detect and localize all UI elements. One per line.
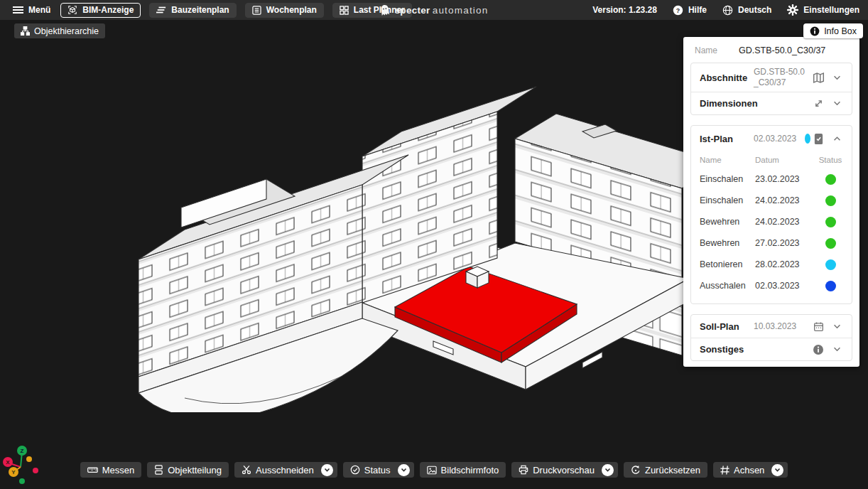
building-geometry bbox=[139, 87, 696, 412]
ist-plan-table: Name Datum Status Einschalen 23.02.2023 … bbox=[691, 151, 852, 303]
help-button[interactable]: ? Hilfe bbox=[673, 5, 707, 16]
ist-plan-status-dot bbox=[805, 134, 810, 144]
chevron-down-icon[interactable] bbox=[830, 324, 843, 329]
table-header: Name Datum Status bbox=[700, 151, 843, 168]
button-label: Bildschirmfoto bbox=[441, 465, 499, 475]
language-button[interactable]: Deutsch bbox=[722, 5, 771, 16]
soll-plan-row[interactable]: Soll-Plan 10.03.2023 bbox=[691, 315, 852, 338]
object-hierarchy-label: Objekthierarchie bbox=[34, 26, 99, 36]
tab-label: Wochenplan bbox=[266, 5, 317, 15]
table-row[interactable]: Ausschalen 02.03.2023 bbox=[700, 275, 843, 296]
table-row[interactable]: Bewehren 27.02.2023 bbox=[700, 232, 843, 254]
button-label: Druckvorschau bbox=[533, 465, 595, 475]
ist-plan-card: Ist-Plan 02.03.2023 Name Datum Stat bbox=[690, 125, 852, 304]
image-icon bbox=[427, 466, 437, 475]
chevron-down-icon bbox=[774, 468, 781, 472]
chevron-up-icon[interactable] bbox=[830, 136, 843, 141]
table-row[interactable]: Bewehren 24.02.2023 bbox=[700, 211, 843, 232]
object-hierarchy-button[interactable]: Objekthierarchie bbox=[14, 23, 105, 38]
druckvorschau-dropdown[interactable] bbox=[602, 464, 614, 476]
help-label: Hilfe bbox=[688, 5, 707, 15]
col-header-date: Datum bbox=[755, 156, 818, 164]
topbar-right: Version: 1.23.28 ? Hilfe Deutsch bbox=[592, 4, 859, 16]
ist-plan-label: Ist-Plan bbox=[700, 134, 754, 144]
split-object-icon bbox=[154, 465, 163, 475]
app-window: Menü BIM-Anzeige Bauzeitenplan bbox=[0, 0, 868, 489]
menu-button[interactable]: Menü bbox=[9, 3, 55, 18]
chevron-down-icon bbox=[604, 468, 611, 472]
axis-neg-y-dot[interactable] bbox=[26, 456, 32, 462]
soll-plan-date: 10.03.2023 bbox=[754, 321, 810, 332]
table-row[interactable]: Betonieren 28.02.2023 bbox=[700, 254, 843, 275]
info-panel: Name GD.STB-50.0_C30/37 Abschnitte GD.ST… bbox=[683, 37, 859, 367]
map-icon bbox=[810, 72, 826, 84]
abschnitte-value: GD.STB-50.0_C30/37 bbox=[754, 67, 810, 88]
settings-button[interactable]: Einstellungen bbox=[787, 4, 859, 16]
version-label: Version: 1.23.28 bbox=[592, 5, 657, 15]
sections-card: Abschnitte GD.STB-50.0_C30/37 Dimensione… bbox=[690, 63, 852, 115]
table-row[interactable]: Einschalen 23.02.2023 bbox=[700, 168, 843, 190]
svg-text:Z: Z bbox=[21, 448, 24, 454]
ausschneiden-button[interactable]: Ausschneiden bbox=[234, 462, 337, 478]
druckvorschau-button[interactable]: Druckvorschau bbox=[511, 462, 618, 478]
gantt-icon bbox=[156, 6, 166, 14]
button-label: Messen bbox=[102, 465, 135, 475]
row-date: 02.03.2023 bbox=[755, 281, 818, 291]
chevron-down-icon[interactable] bbox=[830, 75, 843, 80]
abschnitte-row[interactable]: Abschnitte GD.STB-50.0_C30/37 bbox=[691, 63, 852, 92]
chevron-down-icon[interactable] bbox=[830, 101, 843, 106]
abschnitte-label: Abschnitte bbox=[700, 72, 754, 83]
ist-plan-date: 02.03.2023 bbox=[754, 134, 805, 144]
achsen-button[interactable]: Achsen bbox=[713, 462, 788, 478]
objektteilung-button[interactable]: Objektteilung bbox=[147, 462, 229, 478]
status-button[interactable]: Status bbox=[343, 462, 414, 478]
row-date: 24.02.2023 bbox=[755, 195, 818, 205]
gear-icon bbox=[787, 4, 798, 16]
ausschneiden-dropdown[interactable] bbox=[321, 464, 333, 476]
grid-squares-icon bbox=[340, 6, 349, 15]
logo-bold: specter bbox=[395, 5, 430, 16]
status-dot bbox=[825, 281, 836, 291]
axis-z-ball[interactable]: Z bbox=[17, 446, 27, 456]
expand-arrows-icon bbox=[810, 98, 826, 109]
weekplan-icon bbox=[252, 6, 261, 15]
messen-button[interactable]: Messen bbox=[80, 462, 142, 478]
tab-bim-anzeige[interactable]: BIM-Anzeige bbox=[60, 3, 141, 18]
col-header-status: Status bbox=[818, 156, 843, 164]
tab-wochenplan[interactable]: Wochenplan bbox=[245, 3, 324, 18]
logo-light: automation bbox=[433, 5, 489, 16]
dimensionen-row[interactable]: Dimensionen bbox=[691, 92, 852, 114]
menu-label: Menü bbox=[28, 5, 50, 15]
achsen-dropdown[interactable] bbox=[771, 464, 783, 476]
row-date: 23.02.2023 bbox=[755, 174, 818, 184]
name-value: GD.STB-50.0_C30/37 bbox=[739, 45, 825, 55]
bildschirmfoto-button[interactable]: Bildschirmfoto bbox=[420, 462, 506, 478]
calendar-icon bbox=[810, 321, 826, 332]
axes-grid-icon bbox=[720, 466, 729, 475]
status-dot bbox=[825, 174, 836, 185]
bottom-toolbar: Messen Objektteilung Ausschneiden bbox=[0, 462, 868, 478]
axis-neg-z-dot[interactable] bbox=[19, 478, 25, 484]
dimensionen-label: Dimensionen bbox=[700, 98, 810, 109]
tab-bauzeitenplan[interactable]: Bauzeitenplan bbox=[149, 3, 236, 18]
top-bar: Menü BIM-Anzeige Bauzeitenplan bbox=[0, 0, 868, 20]
globe-icon bbox=[722, 5, 733, 16]
app-logo: specter automation bbox=[380, 4, 489, 16]
info-box-button[interactable]: Info Box bbox=[803, 23, 863, 38]
bim-model-3d[interactable] bbox=[128, 57, 696, 412]
name-label: Name bbox=[695, 45, 722, 55]
chevron-down-icon bbox=[324, 468, 330, 472]
zuruecksetzen-button[interactable]: Zurücksetzen bbox=[624, 462, 707, 478]
ruler-icon bbox=[87, 466, 98, 474]
soll-plan-card: Soll-Plan 10.03.2023 Sonstiges bbox=[690, 314, 852, 361]
sonstiges-row[interactable]: Sonstiges bbox=[691, 338, 852, 360]
button-label: Achsen bbox=[734, 465, 764, 475]
table-row[interactable]: Einschalen 24.02.2023 bbox=[700, 190, 843, 211]
ist-plan-header[interactable]: Ist-Plan 02.03.2023 bbox=[691, 126, 852, 151]
button-label: Objektteilung bbox=[168, 465, 222, 475]
status-dropdown[interactable] bbox=[398, 464, 410, 476]
chevron-down-icon[interactable] bbox=[830, 347, 843, 352]
status-dot bbox=[825, 217, 836, 227]
row-date: 28.02.2023 bbox=[755, 259, 818, 269]
svg-text:?: ? bbox=[676, 6, 680, 14]
